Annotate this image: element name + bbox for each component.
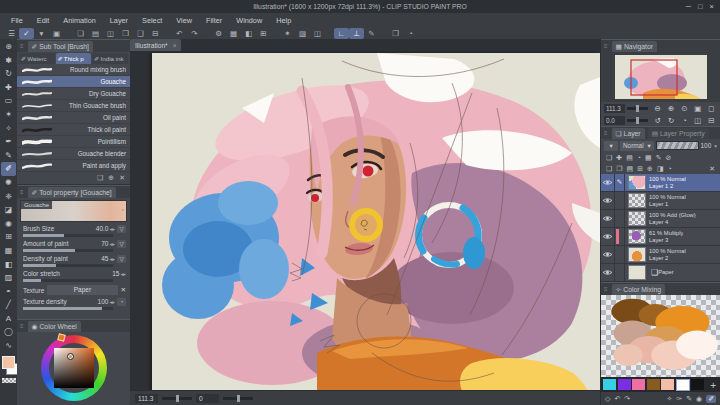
- hamburger-menu-icon[interactable]: ☰: [4, 28, 19, 39]
- tab-thick-paint[interactable]: ✐ Thick p: [56, 53, 92, 64]
- param-value[interactable]: 70: [101, 240, 108, 247]
- canvas-zoom-slider[interactable]: [162, 397, 192, 400]
- palette-knife-icon[interactable]: ◇: [605, 395, 610, 403]
- minimize-button[interactable]: ─: [686, 2, 691, 11]
- param-value[interactable]: 15: [112, 270, 119, 277]
- eyedropper-mix-icon[interactable]: ✧: [666, 395, 672, 403]
- param-value[interactable]: 40.0: [96, 225, 109, 232]
- select-source-icon[interactable]: ▤: [626, 154, 633, 162]
- add-subtool-icon[interactable]: ⊕: [108, 174, 114, 182]
- visibility-eye-icon[interactable]: [601, 192, 615, 209]
- subtool-panel-tab[interactable]: ✐ Sub Tool [Brush]: [28, 41, 93, 52]
- move-tool-icon[interactable]: ✚: [1, 81, 16, 95]
- edit-pixels-icon[interactable]: ✎: [656, 154, 662, 162]
- navigator-tab[interactable]: ▦ Navigator: [612, 41, 658, 52]
- correct-line-tool-icon[interactable]: ∿: [1, 339, 16, 353]
- zoom-tool-icon[interactable]: ⊕: [1, 40, 16, 54]
- canvas-rotation-value[interactable]: 0: [196, 394, 219, 403]
- lock-layer-icon[interactable]: ◔: [637, 154, 641, 161]
- menu-file[interactable]: File: [4, 16, 30, 25]
- param-source-button[interactable]: ◔: [117, 298, 126, 306]
- menu-window[interactable]: Window: [229, 16, 269, 25]
- canvas-zoom-value[interactable]: 111.3: [135, 394, 158, 403]
- transform-icon[interactable]: ✚: [616, 154, 622, 162]
- close-button[interactable]: ×: [710, 2, 714, 11]
- hand-tool-icon[interactable]: ✱: [1, 54, 16, 68]
- auto-select-tool-icon[interactable]: ✶: [1, 108, 16, 122]
- spinner-icon[interactable]: ▾: [714, 143, 717, 149]
- color-wheel[interactable]: [17, 332, 130, 402]
- brush-tool-icon[interactable]: ✐: [1, 162, 16, 176]
- export-anim-icon[interactable]: ⊟: [148, 28, 163, 39]
- gear-icon[interactable]: ⚙: [211, 28, 226, 39]
- add-swatch-icon[interactable]: ＋: [708, 379, 718, 390]
- tab-watercolor[interactable]: ✐ Waterc: [19, 53, 55, 64]
- layer-row-selected[interactable]: ✎ 100 % NormalLayer 1 2: [601, 174, 720, 192]
- mixing-swatch[interactable]: [647, 379, 660, 390]
- navigator-zoom-slider[interactable]: [627, 107, 648, 110]
- navigator-rotation-value[interactable]: 0.0: [604, 116, 625, 125]
- menu-help[interactable]: Help: [269, 16, 298, 25]
- eraser-tool-icon[interactable]: ◪: [1, 203, 16, 217]
- line-tool-icon[interactable]: ╱: [1, 298, 16, 312]
- duplicate-subtool-icon[interactable]: ❏: [97, 174, 103, 182]
- mixing-swatch[interactable]: [603, 379, 616, 390]
- menu-select[interactable]: Select: [135, 16, 169, 25]
- blend-mode-dropdown[interactable]: Normal ▾: [620, 141, 654, 151]
- layer-thumbnail[interactable]: [628, 265, 646, 280]
- rotate-right-icon[interactable]: ↻: [665, 116, 676, 125]
- delete-subtool-icon[interactable]: ✕: [119, 174, 125, 182]
- param-slider[interactable]: [23, 264, 113, 267]
- fill-icon[interactable]: ◧: [241, 28, 256, 39]
- export-icon[interactable]: ❐: [118, 28, 133, 39]
- brush-item[interactable]: Paint and apply: [17, 160, 130, 172]
- chevron-down-icon[interactable]: ▾: [34, 28, 49, 39]
- mixing-swatch[interactable]: [632, 379, 645, 390]
- blend-brush-icon[interactable]: ✑: [676, 395, 682, 403]
- param-slider[interactable]: [23, 234, 113, 237]
- clipping-icon[interactable]: ◨: [657, 165, 664, 173]
- param-value[interactable]: 100: [98, 298, 109, 305]
- sub-brush-icon[interactable]: ✎: [686, 395, 692, 403]
- eyedropper-tool-icon[interactable]: ✧: [1, 122, 16, 136]
- spinner-icon[interactable]: ◂▸: [120, 271, 126, 277]
- open-file-icon[interactable]: ▤: [88, 28, 103, 39]
- canvas-rotation-slider[interactable]: [223, 397, 253, 400]
- zoom-100-icon[interactable]: ⊙: [679, 104, 690, 113]
- frame-border-tool-icon[interactable]: ▦: [1, 244, 16, 258]
- undo-mix-icon[interactable]: ↶: [614, 395, 620, 403]
- artwork-canvas[interactable]: [152, 53, 600, 391]
- tool-check-icon[interactable]: ✓: [19, 28, 34, 39]
- balloon-tool-icon[interactable]: ◓: [1, 285, 16, 299]
- tab-india-ink[interactable]: ✐ India ink: [92, 53, 128, 64]
- color-wheel-tab[interactable]: ◉ Color Wheel: [28, 321, 81, 332]
- color-mixing-tab[interactable]: ✧ Color Mixing: [612, 284, 665, 295]
- decoration-tool-icon[interactable]: ❈: [1, 190, 16, 204]
- grid-icon[interactable]: ✶: [280, 28, 295, 39]
- mixing-swatch-selected[interactable]: [676, 379, 690, 391]
- lock-alpha-icon[interactable]: ▦: [645, 154, 652, 162]
- layer-row-paper[interactable]: ❏ Paper: [601, 264, 720, 282]
- snap-special-ruler-icon[interactable]: ⊥: [349, 28, 364, 39]
- visibility-eye-icon[interactable]: [601, 174, 615, 191]
- layer-effect-dropdown[interactable]: ▾: [604, 141, 618, 151]
- visibility-eye-icon[interactable]: [601, 228, 615, 245]
- main-color-swatch[interactable]: [2, 356, 15, 369]
- new-document-icon[interactable]: ❏: [73, 28, 88, 39]
- visibility-eye-icon[interactable]: [601, 246, 615, 263]
- mask-icon[interactable]: ◫: [310, 28, 325, 39]
- layer-row[interactable]: 100 % NormalLayer 1: [601, 192, 720, 210]
- text-tool-icon[interactable]: A: [1, 312, 16, 326]
- clip-to-layer-icon[interactable]: ❏: [606, 154, 612, 162]
- pen-tool-icon[interactable]: ✒: [1, 135, 16, 149]
- transparent-color-swatch[interactable]: [2, 378, 16, 383]
- brush-item[interactable]: Dry Gouache: [17, 88, 130, 100]
- layer-thumbnail[interactable]: [628, 175, 646, 190]
- export-layers-icon[interactable]: ❑: [133, 28, 148, 39]
- transfer-layer-icon[interactable]: ⊞: [637, 165, 643, 173]
- snap-grid-icon[interactable]: ✎: [364, 28, 379, 39]
- ruler-icon[interactable]: ⊘: [666, 154, 672, 162]
- canvas-viewport[interactable]: [130, 51, 600, 391]
- brush-item[interactable]: Thick oil paint: [17, 124, 130, 136]
- param-source-button[interactable]: ▽: [117, 225, 126, 233]
